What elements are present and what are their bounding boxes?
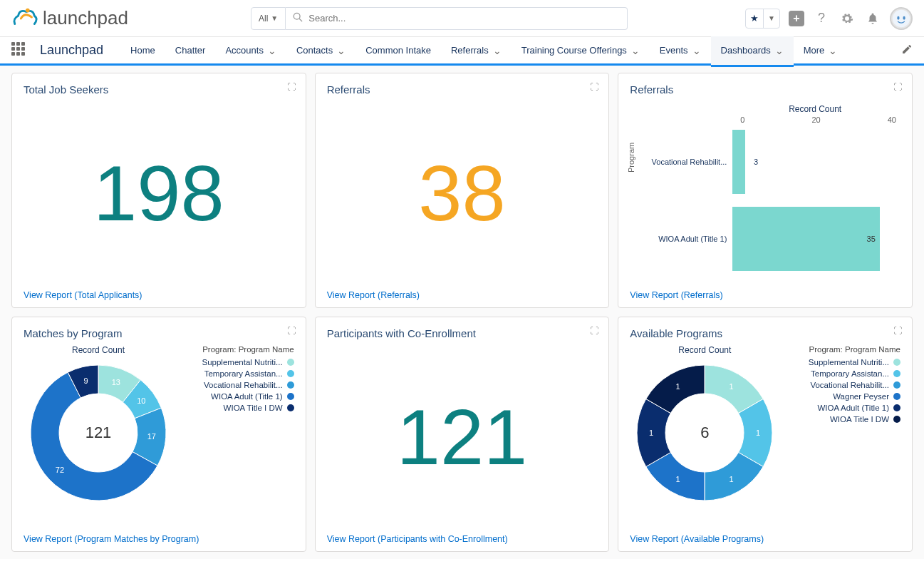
search-input[interactable]	[308, 13, 620, 24]
slice-value-label: 10	[137, 396, 145, 405]
nav-item-label: Common Intake	[365, 45, 431, 56]
card-title: Referrals	[327, 83, 598, 96]
question-icon: ?	[818, 11, 825, 26]
star-icon: ★	[750, 13, 759, 24]
bell-icon	[866, 12, 879, 25]
legend-item: WIOA Adult (Title 1)	[180, 392, 294, 401]
header-actions: ★ ▼ + ?	[745, 7, 913, 30]
search-input-wrap[interactable]	[286, 7, 628, 30]
view-report-link[interactable]: View Report (Program Matches by Program)	[24, 528, 294, 544]
app-nav: Launchpad HomeChatterAccounts⌄Contacts⌄C…	[0, 37, 924, 66]
nav-item-common-intake[interactable]: Common Intake	[355, 36, 441, 65]
view-report-link[interactable]: View Report (Available Programs)	[630, 528, 900, 544]
nav-item-label: Accounts	[225, 45, 263, 56]
slice-value-label: 1	[730, 382, 734, 391]
chevron-down-icon: ⌄	[268, 45, 276, 56]
app-launcher-button[interactable]	[11, 42, 28, 59]
nav-item-referrals[interactable]: Referrals⌄	[441, 36, 512, 65]
help-button[interactable]: ?	[813, 10, 830, 27]
legend-title: Program: Program Name	[787, 345, 900, 354]
legend-label: WIOA Title I DW	[830, 415, 889, 424]
bar-value-label: 3	[754, 158, 758, 166]
legend-item: Supplemental Nutriti...	[787, 358, 900, 366]
chevron-down-icon: ⌄	[829, 45, 837, 56]
view-report-link[interactable]: View Report (Referrals)	[327, 284, 598, 300]
bar-category-label: WIOA Adult (Title 1)	[640, 235, 732, 243]
expand-button[interactable]: ⛶	[893, 82, 902, 92]
nav-item-accounts[interactable]: Accounts⌄	[215, 36, 286, 65]
expand-button[interactable]: ⛶	[287, 326, 296, 336]
slice-value-label: 17	[147, 432, 156, 441]
legend-swatch	[893, 393, 900, 400]
bar-rect	[732, 207, 879, 271]
nav-item-label: Contacts	[296, 45, 333, 56]
expand-button[interactable]: ⛶	[590, 326, 598, 336]
legend-label: WIOA Adult (Title 1)	[211, 392, 283, 401]
search-scope-dropdown[interactable]: All ▼	[251, 7, 286, 30]
nav-item-training-course-offerings[interactable]: Training Course Offerings⌄	[512, 36, 650, 65]
favorites-button[interactable]: ★ ▼	[745, 9, 780, 29]
brand-logo: launchpad	[11, 5, 128, 32]
nav-item-home[interactable]: Home	[120, 36, 165, 65]
legend-swatch	[893, 381, 900, 389]
view-report-link[interactable]: View Report (Total Applicants)	[24, 284, 294, 300]
svg-point-0	[26, 8, 30, 12]
card-title: Matches by Program	[24, 327, 294, 339]
brand-name: launchpad	[43, 7, 128, 29]
card-available-programs: Available Programs ⛶ Record Count 111111…	[618, 317, 913, 552]
global-search: All ▼	[251, 7, 628, 30]
slice-value-label: 9	[84, 376, 88, 385]
legend-label: WIOA Adult (Title 1)	[817, 404, 889, 412]
svg-point-5	[903, 16, 905, 19]
legend-item: WIOA Title I DW	[787, 415, 900, 424]
nav-item-chatter[interactable]: Chatter	[165, 36, 216, 65]
plus-icon: +	[793, 12, 799, 25]
nav-item-label: Dashboards	[721, 45, 771, 56]
view-report-link[interactable]: View Report (Referrals)	[630, 284, 900, 300]
card-co-enrollment: Participants with Co-Enrollment ⛶ 121 Vi…	[315, 317, 610, 552]
legend-swatch	[893, 359, 900, 366]
legend-swatch	[287, 370, 294, 377]
nav-item-label: More	[804, 45, 825, 56]
global-actions-button[interactable]: +	[789, 11, 804, 26]
slice-value-label: 1	[676, 382, 680, 391]
view-report-link[interactable]: View Report (Participants with Co-Enroll…	[327, 528, 598, 544]
search-icon	[293, 12, 303, 24]
chart-subtitle: Record Count	[24, 345, 173, 355]
nav-item-label: Training Course Offerings	[521, 45, 627, 56]
tick-label: 0	[740, 116, 744, 124]
legend-swatch	[893, 370, 900, 377]
metric-value: 38	[327, 101, 598, 284]
legend-label: Vocational Rehabilit...	[204, 381, 283, 389]
bar-category-label: Vocational Rehabilit...	[640, 158, 732, 166]
expand-button[interactable]: ⛶	[287, 82, 296, 92]
bar-chart: Record Count 0 20 40 Program Vocational …	[630, 101, 900, 284]
nav-item-events[interactable]: Events⌄	[650, 36, 711, 65]
legend-label: Supplemental Nutriti...	[809, 358, 889, 366]
nav-item-dashboards[interactable]: Dashboards⌄	[711, 36, 794, 65]
donut-chart: 111111 6	[630, 358, 779, 508]
edit-nav-button[interactable]	[901, 43, 913, 57]
legend-swatch	[893, 404, 900, 411]
chevron-down-icon: ⌄	[337, 45, 346, 56]
nav-item-label: Home	[130, 45, 155, 56]
notifications-button[interactable]	[864, 10, 881, 27]
legend-label: Temporary Assistan...	[811, 369, 889, 378]
expand-button[interactable]: ⛶	[590, 82, 598, 92]
slice-value-label: 1	[730, 475, 734, 483]
card-referrals-count: Referrals ⛶ 38 View Report (Referrals)	[315, 73, 610, 308]
user-avatar[interactable]	[890, 7, 913, 30]
nav-item-contacts[interactable]: Contacts⌄	[286, 36, 355, 65]
card-matches-by-program: Matches by Program ⛶ Record Count 131017…	[11, 317, 306, 552]
legend-swatch	[287, 393, 294, 400]
setup-button[interactable]	[839, 10, 856, 27]
nav-item-more[interactable]: More⌄	[794, 36, 848, 65]
chart-y-axis-label: Program	[627, 143, 635, 173]
chevron-down-icon: ▼	[271, 14, 278, 22]
bar-rect	[732, 130, 745, 194]
slice-value-label: 1	[649, 429, 653, 437]
legend-swatch	[287, 381, 294, 389]
expand-button[interactable]: ⛶	[893, 326, 902, 336]
dashboard-grid: Total Job Seekers ⛶ 198 View Report (Tot…	[0, 66, 924, 559]
card-title: Participants with Co-Enrollment	[327, 327, 598, 339]
